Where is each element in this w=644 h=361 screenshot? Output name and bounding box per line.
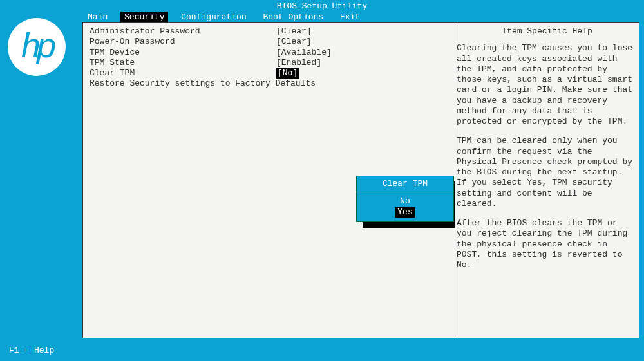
help-body: Clearing the TPM causes you to lose all … xyxy=(455,43,639,270)
hp-logo: hp xyxy=(8,18,66,76)
help-paragraph: Clearing the TPM causes you to lose all … xyxy=(457,43,636,127)
popup-options: No Yes xyxy=(357,192,453,221)
help-paragraph: After the BIOS clears the TPM or you rej… xyxy=(457,218,636,270)
bios-title: BIOS Setup Utility xyxy=(0,1,644,12)
setting-label: Power-On Password xyxy=(90,37,276,47)
help-paragraph: TPM can be cleared only when you confirm… xyxy=(457,136,636,209)
setting-value: [Available] xyxy=(276,48,332,58)
help-title: Item Specific Help xyxy=(455,26,639,37)
setting-value: [Enabled] xyxy=(276,58,321,68)
setting-label: TPM Device xyxy=(90,48,276,58)
help-panel: Item Specific Help Clearing the TPM caus… xyxy=(455,22,639,338)
popup-option-no[interactable]: No xyxy=(397,196,413,207)
hp-logo-text: hp xyxy=(21,28,52,62)
setting-value: [Clear] xyxy=(276,37,312,47)
setting-label: TPM State xyxy=(90,58,276,68)
setting-restore-defaults[interactable]: Restore Security settings to Factory Def… xyxy=(90,79,448,89)
setting-label: Administrator Password xyxy=(90,26,276,37)
settings-list: Administrator Password [Clear] Power-On … xyxy=(90,26,448,89)
setting-admin-password[interactable]: Administrator Password [Clear] xyxy=(90,26,448,37)
settings-panel: Administrator Password [Clear] Power-On … xyxy=(82,22,455,338)
popup-option-yes[interactable]: Yes xyxy=(395,207,415,218)
setting-action-label: Restore Security settings to Factory Def… xyxy=(90,79,316,89)
setting-tpm-state[interactable]: TPM State [Enabled] xyxy=(90,58,448,68)
setting-clear-tpm[interactable]: Clear TPM [No] xyxy=(90,68,448,79)
setting-value: [No] xyxy=(276,68,299,79)
setting-label: Clear TPM xyxy=(90,68,276,79)
footer-help-hint: F1 = Help xyxy=(9,346,54,356)
setting-power-on-password[interactable]: Power-On Password [Clear] xyxy=(90,37,448,47)
popup-title: Clear TPM xyxy=(357,176,453,192)
clear-tpm-popup: Clear TPM No Yes xyxy=(356,176,454,222)
setting-tpm-device[interactable]: TPM Device [Available] xyxy=(90,48,448,58)
setting-value: [Clear] xyxy=(276,26,312,37)
